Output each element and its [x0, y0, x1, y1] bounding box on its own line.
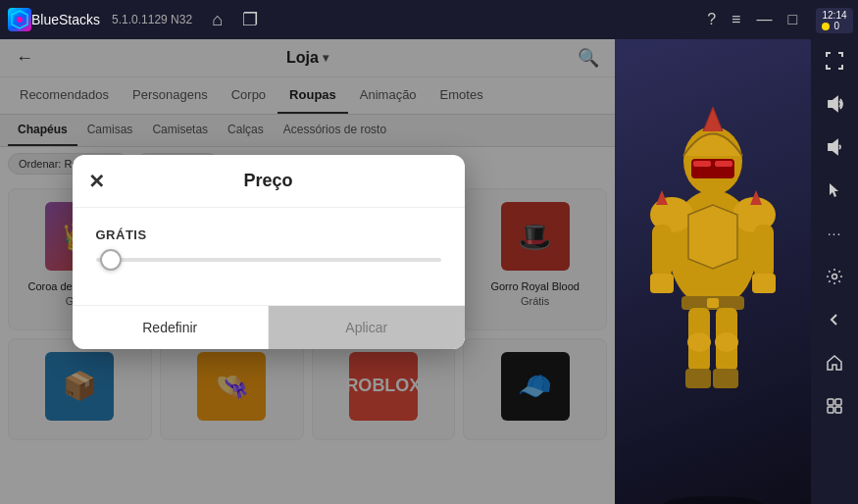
svg-rect-28 [828, 399, 833, 405]
modal-title: Preço [243, 171, 292, 191]
svg-rect-22 [685, 369, 711, 388]
right-sidebar: 12:14 0 ··· [811, 0, 858, 504]
modal-header: ✕ Preço [73, 155, 465, 208]
sidebar-volume-down-btn[interactable] [815, 127, 854, 167]
modal-close-button[interactable]: ✕ [88, 170, 105, 193]
app-left: ← Loja ▾ 🔍 Recomendados Personagens Corp… [0, 39, 615, 504]
apply-button[interactable]: Aplicar [269, 306, 465, 349]
sidebar-home-btn[interactable] [815, 343, 854, 382]
sidebar-recent-btn[interactable] [815, 386, 854, 426]
svg-marker-25 [829, 97, 837, 111]
coin-icon [822, 23, 830, 30]
time-text: 12:14 [822, 10, 846, 21]
svg-rect-17 [707, 298, 719, 308]
svg-point-21 [715, 332, 738, 352]
svg-point-20 [687, 332, 711, 352]
price-modal: ✕ Preço GRÁTIS Redefinir Aplicar [73, 155, 465, 349]
svg-marker-10 [656, 190, 668, 205]
reset-button[interactable]: Redefinir [73, 306, 270, 349]
svg-point-27 [833, 275, 837, 279]
svg-rect-12 [652, 225, 672, 278]
menu-icon[interactable]: ≡ [732, 11, 740, 28]
sidebar-back-btn[interactable] [815, 300, 854, 339]
coin-count: 0 [833, 21, 839, 31]
slider-track[interactable] [96, 258, 441, 262]
svg-point-2 [17, 17, 23, 23]
svg-rect-31 [835, 407, 841, 413]
modal-body: GRÁTIS [73, 208, 465, 305]
app-name: BlueStacks [31, 12, 100, 27]
svg-point-24 [664, 496, 762, 504]
slider-thumb[interactable] [100, 249, 122, 271]
modal-actions: Redefinir Aplicar [73, 305, 465, 349]
svg-marker-26 [829, 140, 837, 154]
svg-rect-23 [713, 369, 738, 388]
svg-rect-15 [752, 274, 776, 293]
coin-display: 0 [822, 21, 846, 31]
app-layout: ← Loja ▾ 🔍 Recomendados Personagens Corp… [0, 39, 811, 504]
svg-rect-29 [835, 399, 841, 405]
bluestacks-logo [8, 8, 31, 31]
modal-section-label: GRÁTIS [96, 227, 441, 242]
layers-nav-icon[interactable]: ❐ [242, 9, 258, 30]
svg-rect-30 [828, 407, 833, 413]
svg-rect-6 [693, 161, 711, 167]
minimize-icon[interactable]: — [756, 11, 772, 28]
sidebar-volume-up-btn[interactable] [815, 84, 854, 124]
app-screen: ← Loja ▾ 🔍 Recomendados Personagens Corp… [0, 39, 615, 504]
app-version: 5.1.0.1129 N32 [112, 13, 192, 26]
slider-container [96, 258, 441, 262]
character-svg [615, 53, 811, 504]
svg-rect-7 [715, 161, 732, 167]
title-nav: ⌂ ❐ [212, 9, 258, 30]
modal-overlay[interactable]: ✕ Preço GRÁTIS Redefinir Aplicar [0, 39, 615, 504]
maximize-icon[interactable]: □ [787, 11, 797, 28]
help-icon[interactable]: ? [707, 11, 716, 28]
svg-rect-13 [754, 225, 774, 278]
home-nav-icon[interactable]: ⌂ [212, 10, 223, 30]
character-display [615, 39, 811, 504]
sidebar-pointer-btn[interactable] [815, 171, 854, 210]
title-bar: BlueStacks 5.1.0.1129 N32 ⌂ ❐ ? ≡ — □ ✕ … [0, 0, 858, 39]
sidebar-fullscreen-btn[interactable] [815, 41, 854, 80]
sidebar-more-btn[interactable]: ··· [815, 214, 854, 253]
svg-rect-14 [650, 274, 674, 293]
sidebar-settings-btn[interactable] [815, 257, 854, 296]
time-display: 12:14 0 [816, 8, 852, 33]
